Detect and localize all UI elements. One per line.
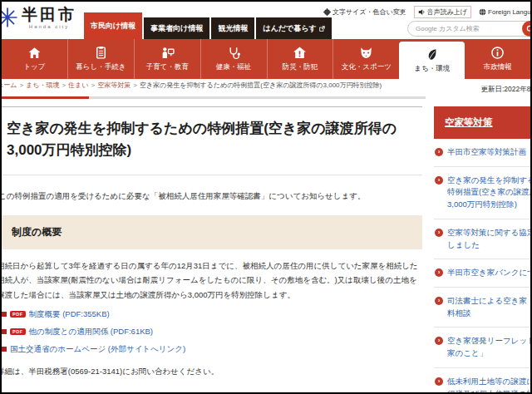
foreign-language-link[interactable]: Foreign Language xyxy=(479,8,532,16)
sidebar-item-tokurei-sochi[interactable]: › 空き家の発生を抑制するための特例措置(空き家の譲渡所得の3,000万円特別控… xyxy=(434,167,532,219)
leaf-icon xyxy=(425,47,439,62)
overview-paragraph: 相続日から起算して3年を経過する日の属する年の12月31日までに、被相続人の居住… xyxy=(0,259,422,303)
foreign-language-label: Foreign Language xyxy=(488,8,532,16)
sidebar-item-kyotei[interactable]: › 空家等対策に関する協定を締結しました xyxy=(434,219,532,259)
nav-label: 文化・スポーツ xyxy=(342,62,392,72)
audience-tabs: 市民向け情報 事業者向け情報 観光情報 はんだで暮らす xyxy=(84,12,332,39)
snowflake-logo-icon xyxy=(0,7,18,28)
content-divider-accent xyxy=(2,96,89,99)
speaker-icon xyxy=(418,8,426,16)
site-title: 半田市 xyxy=(22,7,76,24)
site-subtitle: Handa city xyxy=(22,24,76,29)
nav-label: 子育て・教育 xyxy=(146,62,189,72)
home-icon xyxy=(27,46,42,60)
sidebar-link: 低未利用土地等の譲渡に係る所得税及び個人住民税の特例措置 xyxy=(447,376,532,394)
content-divider xyxy=(2,96,426,99)
chevron-right-icon: › xyxy=(435,377,443,386)
nav-item-kenko[interactable]: 健康・福祉 xyxy=(200,39,267,79)
font-size-label: 文字サイズ・色合い変更 xyxy=(332,7,406,17)
nav-label: トップ xyxy=(23,62,45,72)
updated-date: 更新日:2022年8月 xyxy=(481,85,532,95)
breadcrumb-sumai[interactable]: 住まい xyxy=(68,81,88,89)
nav-item-kosodate[interactable]: 子育て・教育 xyxy=(134,39,200,79)
intro-paragraph: この特例措置の適用を受けるために必要な「被相続人居住用家屋等確認書」についてお知… xyxy=(0,190,422,203)
voice-readout-label: 音声読み上げ xyxy=(427,7,467,17)
sidebar-link: 半田市空き家バンクについて xyxy=(447,267,532,279)
clipboard-icon xyxy=(94,46,108,60)
fox-mask-icon xyxy=(359,46,373,60)
main-content: 空き家の発生を抑制するための特例措置(空き家の譲渡所得の3,000万円特別控除)… xyxy=(2,106,422,392)
sidebar-link: 空家等対策に関する協定を締結しました xyxy=(447,227,532,251)
breadcrumb-separator: > xyxy=(91,81,95,89)
sidebar-item-leaflet[interactable]: › 空き家啓発リーフレット「空き家のこと」 xyxy=(434,328,532,367)
pdf-link-relation[interactable]: 他の制度との適用関係 (PDF:61KB) xyxy=(29,327,154,337)
sidebar: 空家等対策 › 半田市空家等対策計画 › 空き家の発生を抑制するための特例措置(… xyxy=(434,106,532,392)
chevron-right-icon: › xyxy=(435,229,443,237)
nav-item-bosai[interactable]: 防災・防犯 xyxy=(267,39,333,79)
sidebar-heading[interactable]: 空家等対策 xyxy=(434,106,532,139)
breadcrumb-current: 空き家の発生を抑制するための特例措置(空き家の譲渡所得の3,000万円特別控除) xyxy=(140,81,382,89)
list-item: PDF 制度概要 (PDF:355KB) xyxy=(2,309,422,320)
breadcrumb-separator: > xyxy=(19,81,23,89)
section-heading-overview: 制度の概要 xyxy=(2,215,422,249)
breadcrumb: ホーム>まち・環境>住まい>空家等対策>空き家の発生を抑制するための特例措置(空… xyxy=(0,81,382,90)
breadcrumb-machi[interactable]: まち・環境 xyxy=(26,81,59,89)
site-header: 半田市 Handa city 市民向け情報 事業者向け情報 観光情報 はんだで暮… xyxy=(2,2,530,39)
nav-item-bunka[interactable]: 文化・スポーツ xyxy=(332,39,399,79)
voice-readout-link[interactable]: 音声読み上げ xyxy=(414,6,471,18)
page: 半田市 Handa city 市民向け情報 事業者向け情報 観光情報 はんだで暮… xyxy=(0,0,532,394)
sidebar-link: 空き家啓発リーフレット「空き家のこと」 xyxy=(447,335,532,359)
nav-label: 暮らし・手続き xyxy=(76,62,126,72)
pdf-icon: PDF xyxy=(10,311,26,318)
nav-item-top[interactable]: トップ xyxy=(2,39,67,79)
search-icon xyxy=(526,25,532,33)
contact-paragraph: 詳細は、半田税務署(0569-21-3141)にお問い合わせください。 xyxy=(0,367,422,377)
tab-business[interactable]: 事業者向け情報 xyxy=(144,17,209,39)
list-item: 国土交通省のホームページ (外部サイトへリンク) xyxy=(2,344,422,355)
square-bullet-icon xyxy=(2,329,7,334)
breadcrumb-separator: > xyxy=(133,81,137,89)
shelter-icon xyxy=(293,46,307,60)
font-size-link[interactable]: 文字サイズ・色合い変更 xyxy=(323,7,406,17)
external-link-icon xyxy=(319,26,325,32)
sidebar-link: 司法書士による空き家・登記無料相談 xyxy=(447,295,532,319)
utility-links: 文字サイズ・色合い変更 音声読み上げ Foreign Language xyxy=(323,6,532,18)
site-search xyxy=(407,21,532,37)
breadcrumb-separator: > xyxy=(62,81,66,89)
site-logo[interactable]: 半田市 Handa city xyxy=(3,7,76,29)
nav-label: まち・環境 xyxy=(414,64,450,74)
breadcrumb-home[interactable]: ホーム xyxy=(0,81,17,89)
sidebar-item-teimiriyo[interactable]: › 低未利用土地等の譲渡に係る所得税及び個人住民税の特例措置 xyxy=(434,368,532,394)
tab-tourism[interactable]: 観光情報 xyxy=(211,17,254,39)
sidebar-item-shihoshoshi[interactable]: › 司法書士による空き家・登記無料相談 xyxy=(434,288,532,328)
breadcrumb-akiya[interactable]: 空家等対策 xyxy=(97,81,131,89)
nav-item-shisei[interactable]: 市政情報 xyxy=(465,39,530,79)
nav-label: 健康・福祉 xyxy=(216,62,252,72)
chevron-right-icon: › xyxy=(435,297,443,305)
page-title: 空き家の発生を抑制するための特例措置(空き家の譲渡所得の3,000万円特別控除) xyxy=(2,107,422,175)
main-nav: トップ 暮らし・手続き 子育て・教育 健康・福祉 防災・防犯 文化・スポーツ ま… xyxy=(2,39,530,79)
stethoscope-icon xyxy=(227,46,241,60)
nav-label: 市政情報 xyxy=(484,62,512,72)
sidebar-link: 半田市空家等対策計画 xyxy=(447,146,526,159)
nav-item-kurashi[interactable]: 暮らし・手続き xyxy=(67,39,134,79)
chevron-right-icon: › xyxy=(435,148,443,156)
chevron-right-icon: › xyxy=(435,176,443,185)
sidebar-item-akiya-bank[interactable]: › 半田市空き家バンクについて xyxy=(434,259,532,288)
parent-child-icon xyxy=(160,46,175,60)
pdf-link-overview[interactable]: 制度概要 (PDF:355KB) xyxy=(29,309,110,320)
pdf-icon: PDF xyxy=(10,328,26,335)
tab-living[interactable]: はんだで暮らす xyxy=(256,17,331,39)
sidebar-item-taisaku-keikaku[interactable]: › 半田市空家等対策計画 xyxy=(434,139,532,167)
tab-citizen[interactable]: 市民向け情報 xyxy=(84,12,142,39)
sidebar-link: 空き家の発生を抑制するための特例措置(空き家の譲渡所得の3,000万円特別控除) xyxy=(447,175,532,211)
search-input[interactable] xyxy=(408,25,522,32)
info-icon xyxy=(490,46,505,60)
list-item: PDF 他の制度との適用関係 (PDF:61KB) xyxy=(2,327,422,337)
external-link-mlit[interactable]: 国土交通省のホームページ (外部サイトへリンク) xyxy=(10,344,185,355)
search-button[interactable] xyxy=(522,21,532,37)
globe-icon xyxy=(479,8,486,16)
document-links: PDF 制度概要 (PDF:355KB) PDF 他の制度との適用関係 (PDF… xyxy=(2,309,422,355)
nav-item-machi[interactable]: まち・環境 xyxy=(399,42,465,79)
chevron-right-icon: › xyxy=(435,268,443,277)
